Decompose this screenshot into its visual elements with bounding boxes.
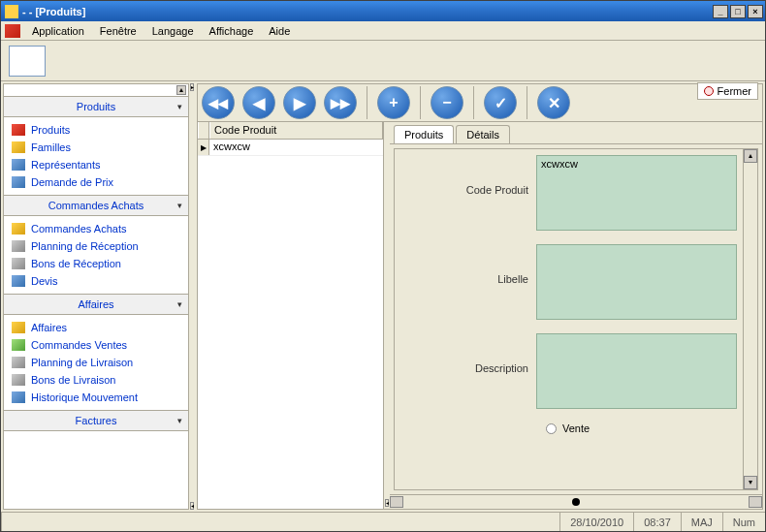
nav-first-button[interactable]: ◀◀ [202,86,235,119]
menu-langage[interactable]: Langage [144,23,202,39]
nav-last-button[interactable]: ▶▶ [324,86,357,119]
label-code-produit: Code Produit [400,155,536,196]
sidebar-item-bons-reception[interactable]: Bons de Réception [4,255,188,272]
business-icon [12,322,25,333]
planning-icon [12,357,25,368]
sidebar-item-label: Historique Mouvement [31,391,138,403]
nav-prev-button[interactable]: ◀ [242,86,275,119]
menu-fenetre[interactable]: Fenêtre [92,23,144,39]
fermer-button[interactable]: Fermer [697,82,758,100]
nav-add-button[interactable]: + [377,86,410,119]
sidebar-item-devis[interactable]: Devis [4,272,188,290]
status-date: 28/10/2010 [559,513,633,531]
sidebar-header-label: Factures [76,415,117,426]
navigator-toolbar: Fermer ◀◀ ◀ ▶ ▶▶ + − ✓ ✕ [197,83,763,122]
scroll-indicator-icon [572,498,580,506]
fermer-label: Fermer [718,85,751,97]
title-bar: - - [Produits] _ □ × [1,1,765,21]
detail-hscroll[interactable] [390,494,762,509]
nav-remove-button[interactable]: − [431,86,463,119]
app-icon [5,5,18,18]
nav-cancel-button[interactable]: ✕ [537,86,570,119]
price-icon [12,176,25,188]
sidebar-item-planning-livraison[interactable]: Planning de Livraison [4,354,188,371]
maximize-button[interactable]: □ [730,5,746,18]
label-libelle: Libelle [400,244,536,285]
status-bar: 28/10/2010 08:37 MAJ Num [1,512,765,531]
detail-panel: Produits Détails Code Produit xcwxcw Lib… [390,122,762,509]
field-value: xcwxcw [541,158,578,170]
status-maj: MAJ [681,513,722,531]
sidebar-header-label: Affaires [78,298,113,310]
sidebar-header-produits[interactable]: Produits ▾ [4,96,188,117]
sidebar-item-historique[interactable]: Historique Mouvement [4,389,188,406]
sidebar-item-affaires[interactable]: Affaires [4,319,188,336]
sidebar-item-label: Planning de Réception [31,240,139,252]
nav-next-button[interactable]: ▶ [283,86,316,119]
sidebar-item-label: Commandes Ventes [31,339,127,351]
sidebar-item-demande-prix[interactable]: Demande de Prix [4,173,188,191]
chevron-down-icon: ▾ [177,299,182,309]
sidebar-item-representants[interactable]: Représentants [4,156,188,173]
grid-selector-header[interactable] [198,122,209,139]
family-icon [12,141,25,153]
sidebar-header-commandes-achats[interactable]: Commandes Achats ▾ [4,195,188,216]
sidebar-item-familles[interactable]: Familles [4,139,188,156]
sidebar-item-produits[interactable]: Produits [4,121,188,139]
sidebar-item-label: Affaires [31,322,67,333]
sidebar-item-commandes-achats[interactable]: Commandes Achats [4,220,188,237]
grid-row[interactable]: ▶ xcwxcw [198,140,383,156]
tab-produits[interactable]: Produits [394,125,454,143]
minimize-button[interactable]: _ [713,5,728,18]
status-time: 08:37 [633,513,681,531]
product-icon [12,124,25,136]
menu-bar: Application Fenêtre Langage Affichage Ai… [1,21,765,41]
menu-application[interactable]: Application [24,23,92,39]
sidebar-item-label: Bons de Réception [31,258,121,269]
sidebar-header-label: Commandes Achats [48,200,144,211]
sidebar-item-planning-reception[interactable]: Planning de Réception [4,237,188,255]
chevron-down-icon: ▾ [177,201,182,210]
close-button[interactable]: × [748,5,763,18]
sidebar-item-bons-livraison[interactable]: Bons de Livraison [4,371,188,389]
radio-vente[interactable] [546,423,557,434]
app-small-icon [5,24,20,38]
menu-aide[interactable]: Aide [261,23,298,39]
workspace: Fermer ◀◀ ◀ ▶ ▶▶ + − ✓ ✕ Code Produit [197,83,763,510]
sidebar-header-affaires[interactable]: Affaires ▾ [4,294,188,315]
field-code-produit[interactable]: xcwxcw [536,155,737,231]
planning-icon [12,240,25,252]
chevron-down-icon: ▾ [177,102,182,111]
menu-affichage[interactable]: Affichage [202,23,262,39]
status-num: Num [722,513,765,531]
person-icon [12,159,25,171]
sidebar: ▴ Produits ▾ Produits Familles Représent… [3,83,189,510]
sidebar-item-label: Familles [31,141,71,153]
main-toolbar [1,41,765,81]
sidebar-item-commandes-ventes[interactable]: Commandes Ventes [4,336,188,354]
delivery-icon [12,374,25,386]
power-icon [704,86,714,96]
toolbar-slot[interactable] [9,46,46,77]
vertical-splitter[interactable]: ▸◂ [189,81,195,512]
grid-column-code[interactable]: Code Produit [209,122,383,139]
order-icon [12,223,25,235]
row-indicator-icon: ▶ [198,140,209,155]
sidebar-header-factures[interactable]: Factures ▾ [4,410,188,431]
sidebar-item-label: Commandes Achats [31,223,126,235]
sidebar-item-label: Devis [31,275,58,287]
detail-vscroll[interactable]: ▴▾ [743,149,757,489]
sidebar-header-label: Produits [77,101,115,112]
history-icon [12,391,25,403]
field-libelle[interactable] [536,244,737,320]
sidebar-item-label: Bons de Livraison [31,374,115,386]
quote-icon [12,275,25,287]
window-title: - - [Produits] [22,6,713,17]
nav-confirm-button[interactable]: ✓ [484,86,517,119]
sidebar-item-label: Demande de Prix [31,176,113,188]
sidebar-scroll-up[interactable]: ▴ [176,85,186,95]
sale-icon [12,339,25,351]
label-vente: Vente [562,422,590,434]
tab-details[interactable]: Détails [456,125,510,143]
field-description[interactable] [536,333,737,409]
